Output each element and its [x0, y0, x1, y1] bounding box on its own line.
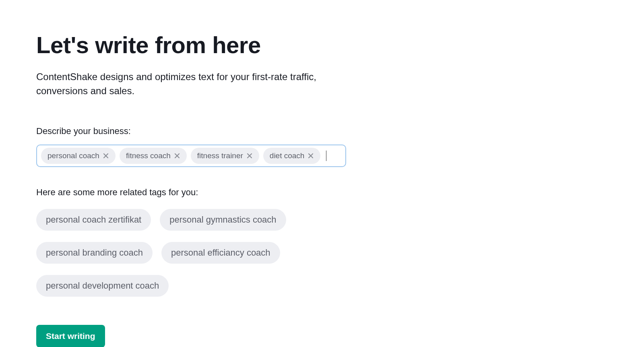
remove-tag-icon[interactable]	[246, 153, 253, 159]
selected-tag: diet coach	[263, 148, 321, 164]
selected-tag-label: personal coach	[47, 151, 99, 160]
remove-tag-icon[interactable]	[308, 153, 314, 159]
business-tag-input[interactable]: personal coach fitness coach fitness tra…	[36, 145, 346, 167]
selected-tag-label: diet coach	[270, 151, 305, 160]
suggested-tag[interactable]: personal development coach	[36, 275, 169, 297]
describe-label: Describe your business:	[36, 126, 608, 136]
text-cursor-icon	[326, 151, 326, 161]
suggested-tag[interactable]: personal gymnastics coach	[160, 209, 286, 231]
suggested-label: Here are some more related tags for you:	[36, 187, 608, 198]
suggested-tags-container: personal coach zertifikat personal gymna…	[36, 209, 407, 297]
remove-tag-icon[interactable]	[174, 153, 180, 159]
suggested-tag[interactable]: personal coach zertifikat	[36, 209, 151, 231]
suggested-tag[interactable]: personal branding coach	[36, 242, 153, 264]
suggested-tag[interactable]: personal efficiancy coach	[161, 242, 280, 264]
selected-tag: fitness trainer	[191, 148, 259, 164]
remove-tag-icon[interactable]	[103, 153, 109, 159]
selected-tag: personal coach	[41, 148, 116, 164]
page-subheading: ContentShake designs and optimizes text …	[36, 70, 318, 98]
page-heading: Let's write from here	[36, 32, 608, 58]
start-writing-button[interactable]: Start writing	[36, 325, 105, 347]
selected-tag-label: fitness trainer	[197, 151, 243, 160]
selected-tag-label: fitness coach	[126, 151, 171, 160]
selected-tag: fitness coach	[120, 148, 187, 164]
